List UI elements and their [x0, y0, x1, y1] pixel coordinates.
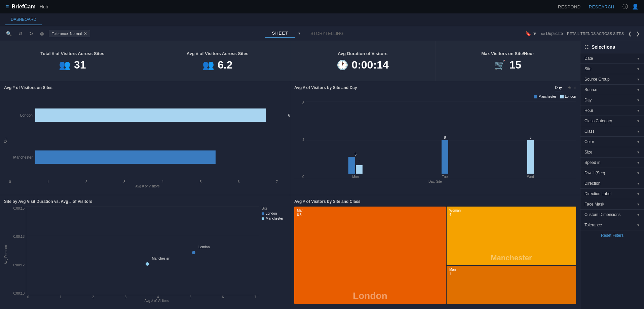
treemap-manchester-label: Manchester [491, 254, 532, 262]
avg-visitors-chart: Avg # of Visitors on Sites Site London [0, 81, 290, 195]
kpi-max-visitors: Max Visitors on Site/Hour 🛒 15 [435, 41, 580, 81]
table-row: Manchester 5 [9, 150, 286, 164]
help-icon[interactable]: ⓘ [622, 3, 628, 10]
sidebar-item-tolerance[interactable]: Tolerance ▼ [580, 220, 644, 230]
chevron-down-icon: ▼ [637, 223, 640, 227]
undo-btn[interactable]: ↺ [16, 30, 25, 38]
menu-icon[interactable]: ≡ [5, 3, 9, 10]
tolerance-badge: Tolerance Normal ✕ [49, 30, 90, 37]
chevron-down-icon: ▼ [637, 150, 640, 154]
filter-label-source: Source [584, 87, 597, 92]
sidebar-item-source-group[interactable]: Source Group ▼ [580, 74, 644, 85]
hour-tab[interactable]: Hour [567, 85, 576, 91]
grid-line [26, 236, 259, 236]
sidebar-item-site[interactable]: Site ▼ [580, 64, 644, 74]
grid-icon: ☷ [584, 44, 589, 50]
tab-dashboard[interactable]: DASHBOARD [5, 14, 42, 25]
kpi-duration-value: 0:00:14 [352, 59, 389, 71]
table-row: London 6.5 [9, 108, 286, 122]
sidebar-item-speed[interactable]: Speed in ▼ [580, 158, 644, 168]
sheet-tab[interactable]: SHEET [265, 29, 295, 38]
filter-label-direction: Direction [584, 181, 600, 186]
treemap-london-label: London [353, 291, 387, 301]
duplicate-button[interactable]: ▭ Duplicate [541, 31, 563, 36]
sidebar-item-date[interactable]: Date ▼ [580, 53, 644, 64]
filter-label-tolerance: Tolerance [584, 223, 602, 227]
sidebar-item-hour[interactable]: Hour ▼ [580, 105, 644, 116]
list-item: Manchester [534, 95, 556, 98]
respond-link[interactable]: RESPOND [558, 4, 581, 9]
kpi-max-value: 15 [509, 59, 521, 71]
sidebar: ☷ Selections Date ▼ Site ▼ Source Group … [580, 41, 644, 309]
sidebar-item-reset[interactable]: Reset Filters [580, 230, 644, 240]
sidebar-item-class[interactable]: Class ▼ [580, 126, 644, 137]
bar-wed-london [527, 140, 534, 174]
content-area: Total # of Visitors Across Sites 👥 31 Av… [0, 41, 580, 309]
sidebar-item-class-category[interactable]: Class Category ▼ [580, 116, 644, 126]
kpi-max-icon: 🛒 [494, 59, 506, 71]
chevron-down-icon: ▼ [637, 213, 640, 217]
sidebar-item-direction[interactable]: Direction ▼ [580, 178, 644, 189]
user-icon[interactable]: 👤 [632, 3, 639, 10]
day-chart-header: Avg # of Visitors by Site and Day Day Ho… [294, 85, 576, 93]
scatter-y-label: Avg Duration [4, 207, 8, 303]
legend-text-manchester: Manchester [538, 95, 556, 98]
sidebar-item-direction-label[interactable]: Direction Label ▼ [580, 189, 644, 199]
target-btn[interactable]: ◎ [38, 30, 46, 38]
prev-arrow[interactable]: ❮ [628, 31, 632, 36]
sidebar-item-color[interactable]: Color ▼ [580, 137, 644, 147]
tab-bar: DASHBOARD [0, 13, 644, 26]
treemap-title: Avg # of Visitors by Site and Class [294, 199, 576, 204]
day-tab[interactable]: Day [555, 85, 562, 91]
bar-chart-container: Site London 6.5 [4, 93, 286, 188]
bar-label-wed: Wed [527, 175, 534, 179]
chevron-down-icon: ▼ [637, 161, 640, 165]
toolbar-right: 🔖 ▼ ▭ Duplicate RETAIL TRENDS ACROSS SIT… [525, 31, 640, 36]
tolerance-close[interactable]: ✕ [84, 31, 87, 36]
chevron-down-icon: ▼ [637, 57, 640, 60]
storytelling-tab[interactable]: STORYTELLING [304, 30, 350, 37]
chevron-down-icon: ▼ [637, 88, 640, 92]
bar-group-tue-bars [442, 140, 448, 174]
bar-value-wed-manchester: 8 [530, 136, 532, 139]
filter-label-reset: Reset Filters [601, 233, 623, 238]
grid-line [26, 265, 259, 265]
search-tool-btn[interactable]: 🔍 [4, 30, 14, 38]
legend-dot-manchester [262, 217, 264, 220]
bars-container: 5 2 Mon [306, 101, 576, 179]
brand-name: BriefCam [12, 4, 36, 10]
treemap-man-val: 1 [448, 272, 575, 276]
bar-y-label: Site [4, 93, 8, 188]
legend-box-manchester [534, 95, 537, 98]
next-arrow[interactable]: ❯ [636, 31, 640, 36]
sheet-dropdown-icon[interactable]: ▼ [298, 32, 301, 35]
sidebar-item-source[interactable]: Source ▼ [580, 85, 644, 95]
y-axis-labels: 8 4 0 [302, 101, 304, 179]
bar-label-mon: Mon [352, 175, 359, 179]
kpi-duration: Avg Duration of Visitors 🕐 0:00:14 [290, 41, 435, 81]
bar-mon-london: 2 [356, 165, 363, 174]
sidebar-item-custom-dimensions[interactable]: Custom Dimensions ▼ [580, 210, 644, 220]
research-link[interactable]: RESEARCH [589, 4, 614, 9]
bar-chart-main: London 6.5 Manchester [9, 93, 286, 188]
scatter-title: Site by Avg Visit Duration vs. Avg # of … [4, 199, 286, 204]
bar-group-mon-bars: 2 [348, 157, 363, 174]
bar-track-london: 6.5 [35, 108, 286, 122]
sidebar-item-day[interactable]: Day ▼ [580, 95, 644, 105]
kpi-row: Total # of Visitors Across Sites 👥 31 Av… [0, 41, 580, 81]
redo-btn[interactable]: ↻ [27, 30, 35, 38]
kpi-total-title: Total # of Visitors Across Sites [40, 51, 104, 56]
sidebar-item-face-mask[interactable]: Face Mask ▼ [580, 199, 644, 210]
bookmark-icon[interactable]: 🔖 ▼ [525, 31, 537, 36]
sidebar-item-dwell[interactable]: Dwell (Sec) ▼ [580, 168, 644, 178]
tolerance-value: Normal [70, 32, 82, 36]
logo-area: ≡ BriefCam Hub [5, 3, 48, 10]
bar-mon-manchester [348, 157, 355, 174]
list-item: London [560, 95, 576, 98]
bar-group-wed-bars [527, 140, 534, 174]
treemap-manchester-man: Man 1 [447, 266, 576, 304]
sidebar-item-size[interactable]: Size ▼ [580, 147, 644, 158]
scatter-chart: Site by Avg Visit Duration vs. Avg # of … [0, 195, 290, 309]
filter-label-direction-label: Direction Label [584, 191, 611, 196]
bar-label-london: London [9, 113, 33, 117]
